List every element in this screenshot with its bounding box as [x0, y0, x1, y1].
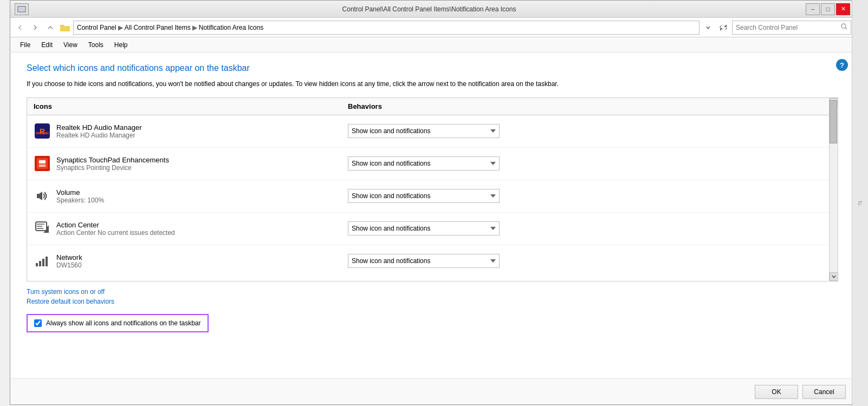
volume-icon: [34, 187, 51, 205]
address-bar: Control Panel ▶ All Control Panel Items …: [10, 18, 854, 37]
title-bar: Control Panel\All Control Panel Items\No…: [10, 1, 854, 18]
search-icon: [841, 23, 847, 31]
svg-rect-6: [36, 132, 49, 134]
synaptics-behavior-select[interactable]: Show icon and notifications Only show no…: [348, 156, 500, 171]
row-behavior-network: Show icon and notifications Only show no…: [348, 254, 831, 268]
main-window: Control Panel\All Control Panel Items\No…: [10, 0, 855, 405]
description: If you choose to hide icons and notifica…: [27, 80, 838, 89]
scrollbar-track: [829, 98, 838, 281]
menu-bar: File Edit View Tools Help: [10, 37, 854, 53]
icons-table-container: Icons Behaviors R: [27, 97, 838, 281]
row-icon-col-volume: Volume Speakers: 100%: [34, 187, 348, 205]
svg-rect-1: [19, 8, 24, 11]
realtek-desc: Realtek HD Audio Manager: [56, 132, 142, 139]
synaptics-name: Synaptics TouchPad Enhancements: [56, 156, 169, 164]
forward-button[interactable]: [29, 21, 42, 34]
svg-point-2: [841, 24, 846, 28]
network-desc: DW1560: [56, 261, 82, 269]
row-behavior-realtek: Show icon and notifications Only show no…: [348, 124, 831, 138]
action-center-desc: Action Center No current issues detected: [56, 229, 175, 237]
bottom-bar: OK Cancel: [10, 378, 854, 404]
action-center-name: Action Center: [56, 221, 175, 229]
network-icon: [34, 252, 51, 270]
row-behavior-action: Show icon and notifications Only show no…: [348, 221, 831, 235]
table-row: R Realtek HD Audio Manager Realtek HD Au…: [27, 115, 838, 148]
realtek-icon: R: [34, 122, 51, 140]
row-icon-col-realtek: R Realtek HD Audio Manager Realtek HD Au…: [34, 122, 348, 140]
row-icon-col-action: Action Center Action Center No current i…: [34, 220, 348, 237]
back-button[interactable]: [14, 21, 27, 34]
cancel-button[interactable]: Cancel: [802, 385, 846, 399]
footer-links: Turn system icons on or off Restore defa…: [27, 288, 838, 305]
help-icon[interactable]: ?: [836, 59, 848, 71]
page-title: Select which icons and notifications app…: [27, 63, 838, 73]
header-icons: Icons: [34, 102, 348, 110]
volume-name: Volume: [56, 188, 104, 197]
row-icon-col-synaptics: Synaptics TouchPad Enhancements Synaptic…: [34, 155, 348, 172]
ok-button[interactable]: OK: [755, 385, 798, 399]
breadcrumb-notification[interactable]: Notification Area Icons: [199, 24, 263, 31]
svg-rect-19: [46, 257, 48, 266]
menu-tools[interactable]: Tools: [83, 39, 109, 51]
svg-rect-9: [39, 160, 46, 163]
svg-line-3: [845, 28, 847, 29]
synaptics-icon: [34, 155, 51, 172]
row-behavior-synaptics: Show icon and notifications Only show no…: [348, 156, 831, 171]
row-behavior-volume: Show icon and notifications Only show no…: [348, 189, 831, 203]
right-panel-text: tu: [857, 201, 863, 205]
action-behavior-select[interactable]: Show icon and notifications Only show no…: [348, 221, 500, 235]
menu-help[interactable]: Help: [109, 39, 133, 51]
table-body: R Realtek HD Audio Manager Realtek HD Au…: [27, 115, 838, 277]
volume-desc: Speakers: 100%: [56, 197, 104, 204]
volume-behavior-select[interactable]: Show icon and notifications Only show no…: [348, 189, 500, 203]
realtek-name: Realtek HD Audio Manager: [56, 123, 142, 132]
system-icon: [15, 3, 29, 15]
svg-rect-18: [42, 259, 44, 266]
search-input[interactable]: [736, 24, 841, 31]
synaptics-desc: Synaptics Pointing Device: [56, 164, 169, 172]
svg-rect-10: [39, 165, 46, 167]
svg-marker-11: [37, 192, 42, 200]
restore-defaults-link[interactable]: Restore default icon behaviors: [27, 298, 838, 305]
network-behavior-select[interactable]: Show icon and notifications Only show no…: [348, 254, 500, 268]
icons-table: Icons Behaviors R: [27, 98, 838, 277]
svg-rect-16: [36, 263, 38, 266]
menu-file[interactable]: File: [15, 39, 36, 51]
svg-rect-17: [39, 261, 41, 266]
content-area: ? Select which icons and notifications a…: [10, 53, 854, 378]
svg-text:R: R: [40, 127, 45, 136]
table-header: Icons Behaviors: [27, 98, 838, 115]
always-show-checkbox-section: Always show all icons and notifications …: [27, 314, 209, 332]
row-icon-col-network: Network DW1560: [34, 252, 348, 270]
breadcrumb-bar: Control Panel ▶ All Control Panel Items …: [73, 21, 699, 35]
refresh-button[interactable]: [717, 21, 730, 34]
search-bar: [732, 21, 851, 35]
realtek-behavior-select[interactable]: Show icon and notifications Only show no…: [348, 124, 500, 138]
right-panel: tu: [852, 0, 868, 406]
breadcrumb-all-items[interactable]: All Control Panel Items: [125, 24, 191, 31]
always-show-checkbox[interactable]: [34, 319, 42, 327]
folder-icon: [59, 22, 71, 34]
minimize-button[interactable]: −: [806, 3, 820, 15]
window-controls: − □ ✕: [806, 3, 850, 15]
scroll-down-button[interactable]: [830, 272, 838, 281]
always-show-label[interactable]: Always show all icons and notifications …: [46, 319, 201, 327]
table-row: Network DW1560 Show icon and notificatio…: [27, 245, 838, 277]
table-row: Action Center Action Center No current i…: [27, 213, 838, 245]
scroll-thumb[interactable]: [830, 100, 837, 143]
table-row: Volume Speakers: 100% Show icon and noti…: [27, 180, 838, 213]
breadcrumb-control-panel[interactable]: Control Panel: [77, 24, 116, 31]
maximize-button[interactable]: □: [821, 3, 835, 15]
menu-edit[interactable]: Edit: [36, 39, 58, 51]
action-center-icon: [34, 220, 51, 237]
header-behaviors: Behaviors: [348, 102, 831, 110]
close-button[interactable]: ✕: [836, 3, 850, 15]
table-row: Synaptics TouchPad Enhancements Synaptic…: [27, 148, 838, 180]
window-title: Control Panel\All Control Panel Items\No…: [53, 5, 806, 13]
up-button[interactable]: [44, 21, 57, 34]
network-name: Network: [56, 253, 82, 261]
dropdown-button[interactable]: [702, 21, 715, 34]
turn-system-icons-link[interactable]: Turn system icons on or off: [27, 288, 838, 296]
menu-view[interactable]: View: [58, 39, 83, 51]
